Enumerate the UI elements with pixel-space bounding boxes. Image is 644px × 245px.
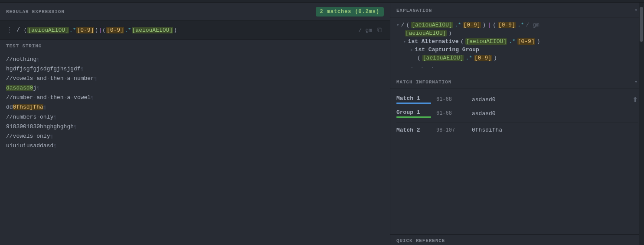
tok-dotstar-2: .* — [124, 27, 131, 33]
match-separator — [396, 122, 638, 122]
tok-open-paren-2: ( — [102, 27, 106, 33]
exp-open-paren-2: ( — [493, 22, 496, 28]
tok-open-paren-1: ( — [23, 27, 27, 33]
explanation-content: ▾ / ( [aeiouAEIOU] .* [0-9] ) | ( [0-9] … — [390, 17, 644, 74]
exp-bracket-vowel-1: [aeiouAEIOU] — [411, 22, 453, 28]
drag-handle-icon[interactable]: ⋮ — [6, 26, 13, 34]
quick-reference-bar: QUICK REFERENCE — [390, 234, 644, 245]
test-string-section: TEST STRING //nothing¶ hgdfjsgfgjsdgfgjh… — [0, 40, 390, 245]
pilcrow-icon: ¶ — [53, 115, 56, 120]
group-1-underline — [396, 116, 431, 118]
scrollbar-thumb — [640, 7, 643, 42]
exp-close-paren-1: ) — [483, 22, 486, 28]
tok-bracket-digit-1: [0-9] — [76, 27, 94, 33]
exp-line-root: ▾ / ( [aeiouAEIOU] .* [0-9] ) | ( [0-9] … — [396, 21, 638, 29]
explanation-label: EXPLANATION — [396, 8, 432, 13]
group-1-label: Group 1 — [396, 109, 431, 116]
exp-cap-digit: [0-9] — [474, 55, 492, 61]
exp-bracket-vowel-2: [aeiouAEIOU] — [405, 30, 447, 36]
export-match-button[interactable]: ⬆ — [632, 96, 638, 104]
tok-bracket-digit-2: [0-9] — [106, 27, 124, 33]
exp-cap-dotstar: .* — [465, 55, 472, 61]
quick-ref-label: QUICK REFERENCE — [396, 238, 445, 243]
list-item: //vowels·and·then·a·number¶ — [6, 74, 384, 83]
tok-bracket-vowel-1: [aeiouAEIOU] — [27, 27, 69, 33]
list-item: //nothing¶ — [6, 55, 384, 64]
tok-close-paren-1: ) — [95, 27, 98, 33]
list-item: dasdasd0j¶ — [6, 83, 384, 93]
match-2-label: Match 2 — [396, 127, 431, 133]
dots-separator: . . . — [410, 63, 436, 70]
right-scrollbar[interactable] — [639, 3, 644, 245]
tok-close-paren-2: ) — [173, 27, 177, 33]
tok-dotstar-1: .* — [69, 27, 76, 33]
list-item: uiuiuiusaddasd¶ — [6, 141, 384, 151]
pilcrow-icon: ¶ — [91, 95, 94, 100]
exp-alt1-label: 1st Alternative — [408, 38, 459, 45]
exp-alt1-close: ) — [537, 38, 540, 45]
exp-cap-vowel: [aeiouAEIOU] — [422, 55, 464, 61]
tok-bracket-vowel-2: [aeiouAEIOU] — [132, 27, 173, 33]
pilcrow-icon: ¶ — [74, 124, 77, 129]
pilcrow-icon: ¶ — [36, 86, 39, 91]
table-row: Match 1 61-68 asdasd0 ⬆ — [390, 93, 644, 106]
exp-dotstar-1: .* — [454, 22, 461, 28]
exp-close-paren-2: ) — [448, 30, 452, 36]
exp-line-alt1: ▸ 1st Alternative ( [aeiouAEIOU] .* [0-9… — [403, 37, 638, 46]
exp-pipe: | — [487, 22, 491, 28]
match-1-range: 61-68 — [436, 96, 467, 103]
regex-section-label: REGULAR EXPRESSION — [6, 9, 65, 14]
right-panel: EXPLANATION ▾ ▾ / ( [aeiouAEIOU] .* [0-9… — [390, 3, 644, 245]
expand-arrow-icon[interactable]: ▾ — [396, 22, 399, 28]
group-1-range: 61-68 — [436, 110, 467, 116]
exp-cap-close: ) — [494, 55, 497, 61]
exp-line-continuation: [aeiouAEIOU] ) — [405, 29, 638, 37]
pilcrow-icon: ¶ — [53, 143, 56, 149]
regex-flags: / gm — [359, 27, 372, 33]
exp-alt1-vowel: [aeiouAEIOU] — [465, 38, 507, 45]
exp-flags: / gm — [526, 22, 539, 28]
regex-content: ( [aeiouAEIOU] .* [0-9] ) | ( [0-9] .* [… — [23, 27, 355, 33]
table-row: Match 2 98-107 0fhsdifha — [390, 124, 644, 136]
copy-regex-button[interactable]: ⧉ — [376, 25, 384, 35]
list-item: 9183901830hhghghghgh¶ — [6, 122, 384, 132]
main-layout: REGULAR EXPRESSION 2 matches (0.2ms) ⋮ /… — [0, 3, 644, 245]
list-item: //numbers·only¶ — [6, 113, 384, 122]
match-1-underline — [396, 103, 431, 104]
regex-section-header: REGULAR EXPRESSION 2 matches (0.2ms) — [0, 3, 390, 20]
list-item: //number·and·then·a·vowel¶ — [6, 93, 384, 103]
matches-badge: 2 matches (0.2ms) — [316, 7, 384, 17]
match-info-header: MATCH INFORMATION ▾ — [390, 74, 644, 89]
group-1-value: asdasd0 — [472, 110, 496, 117]
pilcrow-icon: ¶ — [43, 105, 46, 110]
exp-bracket-digit-2: [0-9] — [498, 22, 516, 28]
list-item: //vowels·only¶ — [6, 132, 384, 141]
left-panel: REGULAR EXPRESSION 2 matches (0.2ms) ⋮ /… — [0, 3, 390, 245]
match-highlight-1: dasdasd0 — [6, 85, 33, 91]
exp-alt1-digit: [0-9] — [517, 38, 535, 45]
test-string-header: TEST STRING — [0, 40, 390, 51]
exp-line-dots: . . . — [410, 62, 638, 70]
test-string-content[interactable]: //nothing¶ hgdfjsgfgjsdgfgjhsjgdf¶ //vow… — [0, 51, 390, 245]
match-2-value: 0fhsdifha — [472, 127, 502, 133]
exp-dotstar-2: .* — [517, 22, 524, 28]
pilcrow-icon: ¶ — [36, 57, 39, 62]
list-item: hgdfjsgfgjsdgfgjhsjgdf¶ — [6, 64, 384, 74]
exp-line-capgroup-regex: ( [aeiouAEIOU] .* [0-9] ) — [417, 54, 638, 62]
exp-bracket-digit-1: [0-9] — [463, 22, 481, 28]
exp-alt1-dotstar: .* — [509, 38, 516, 45]
pilcrow-icon: ¶ — [81, 66, 84, 72]
exp-line-capgroup: ▸ 1st Capturing Group — [410, 46, 638, 54]
chevron-down-icon[interactable]: ▾ — [634, 7, 638, 13]
exp-open-paren-1: ( — [406, 22, 409, 28]
match-rows: Match 1 61-68 asdasd0 ⬆ Group 1 61-68 as… — [390, 89, 644, 139]
match-1-value: asdasd0 — [472, 96, 496, 103]
expand-alt1-icon[interactable]: ▸ — [403, 39, 406, 44]
expand-capgroup-icon[interactable]: ▸ — [410, 47, 413, 53]
match-2-label-col: Match 2 — [396, 127, 431, 133]
match-info-chevron-icon[interactable]: ▾ — [634, 79, 638, 85]
exp-capgroup-label: 1st Capturing Group — [415, 46, 479, 53]
exp-alt1-open: ( — [461, 38, 464, 45]
group-1-label-col: Group 1 — [396, 109, 431, 118]
regex-open-delim: / — [16, 26, 20, 33]
